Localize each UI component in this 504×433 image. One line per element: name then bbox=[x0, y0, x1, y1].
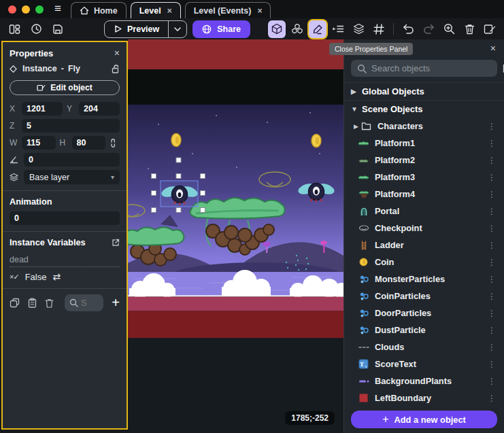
fly-sprite-selected[interactable] bbox=[160, 181, 199, 207]
object-row-platform2[interactable]: Platform2 ⋮ bbox=[344, 152, 504, 169]
object-row-platform1[interactable]: Platform1 ⋮ bbox=[344, 135, 504, 152]
row-menu-icon[interactable]: ⋮ bbox=[488, 258, 496, 267]
object-row-monsterparticles[interactable]: MonsterParticles ⋮ bbox=[344, 271, 504, 288]
close-window-button[interactable] bbox=[8, 5, 16, 14]
tab-level[interactable]: Level × bbox=[131, 2, 181, 18]
copy-variable-icon[interactable] bbox=[10, 298, 20, 308]
preview-options-dropdown[interactable] bbox=[168, 21, 186, 37]
open-external-icon[interactable] bbox=[112, 239, 120, 247]
z-field[interactable] bbox=[22, 119, 120, 133]
add-new-object-button[interactable]: + Add a new object bbox=[351, 411, 497, 428]
redo-icon[interactable] bbox=[420, 20, 437, 38]
add-variable-icon[interactable]: + bbox=[112, 295, 120, 311]
share-button[interactable]: Share bbox=[192, 20, 250, 38]
row-menu-icon[interactable]: ⋮ bbox=[488, 190, 496, 199]
toggle-boolean-icon[interactable]: ⇄ bbox=[52, 271, 61, 282]
objects-panel-close-icon[interactable]: × bbox=[490, 43, 496, 54]
unlock-icon[interactable] bbox=[112, 65, 120, 73]
object-row-leftboundary[interactable]: LeftBoundary ⋮ bbox=[344, 389, 504, 406]
object-row-dustparticle[interactable]: DustParticle ⋮ bbox=[344, 322, 504, 339]
variable-value[interactable]: False bbox=[25, 272, 47, 282]
object-row-checkpoint[interactable]: Checkpoint ⋮ bbox=[344, 220, 504, 237]
tab-level-events[interactable]: Level (Events) × bbox=[185, 2, 271, 18]
object-row-clouds[interactable]: Clouds ⋮ bbox=[344, 339, 504, 356]
row-menu-icon[interactable]: ⋮ bbox=[488, 122, 496, 131]
object-row-coinparticles[interactable]: CoinParticles ⋮ bbox=[344, 288, 504, 305]
objects-search-input[interactable] bbox=[371, 63, 491, 73]
main-menu-icon[interactable]: ≡ bbox=[50, 2, 71, 18]
grid-icon[interactable] bbox=[370, 20, 388, 38]
object-row-platform3[interactable]: Platform3 ⋮ bbox=[344, 169, 504, 186]
x-field[interactable] bbox=[22, 102, 63, 116]
delete-icon[interactable] bbox=[460, 20, 478, 38]
properties-close-icon[interactable]: × bbox=[114, 48, 120, 58]
object-row-scoretext[interactable]: Tx ScoreText ⋮ bbox=[344, 356, 504, 373]
delete-variable-icon[interactable] bbox=[45, 298, 54, 308]
angle-field[interactable] bbox=[24, 153, 120, 167]
layer-select[interactable]: Base layer ▾ bbox=[24, 170, 120, 184]
properties-panel-icon[interactable] bbox=[309, 20, 326, 38]
maximize-window-button[interactable] bbox=[35, 5, 44, 14]
preview-button[interactable]: Preview bbox=[104, 20, 187, 38]
panels-layout-icon[interactable] bbox=[5, 20, 23, 38]
minimize-window-button[interactable] bbox=[22, 5, 30, 14]
toggle-3d-view-icon[interactable] bbox=[268, 20, 286, 38]
row-menu-icon[interactable]: ⋮ bbox=[488, 139, 496, 148]
object-groups-icon[interactable] bbox=[288, 20, 306, 38]
height-field[interactable] bbox=[72, 136, 106, 150]
row-menu-icon[interactable]: ⋮ bbox=[488, 156, 496, 165]
coin-sprite[interactable] bbox=[171, 134, 181, 147]
lock-ratio-icon[interactable] bbox=[110, 138, 120, 148]
row-menu-icon[interactable]: ⋮ bbox=[488, 343, 496, 352]
tab-level-close-icon[interactable]: × bbox=[167, 6, 172, 16]
instance-diamond-icon bbox=[10, 65, 17, 73]
variables-search-input[interactable] bbox=[81, 298, 97, 308]
objects-search[interactable] bbox=[351, 60, 497, 77]
paste-variable-icon[interactable] bbox=[28, 298, 37, 308]
row-menu-icon[interactable]: ⋮ bbox=[488, 360, 496, 369]
coin-sprite[interactable] bbox=[312, 135, 321, 148]
undo-icon[interactable] bbox=[399, 20, 417, 38]
particles-icon bbox=[358, 324, 369, 336]
object-row-coin[interactable]: Coin ⋮ bbox=[344, 254, 504, 271]
tab-level-events-close-icon[interactable]: × bbox=[257, 6, 262, 16]
edit-object-button[interactable]: Edit object bbox=[10, 80, 120, 95]
tab-home[interactable]: Home bbox=[71, 2, 127, 18]
save-icon[interactable] bbox=[49, 20, 67, 38]
zoom-icon[interactable] bbox=[440, 20, 458, 38]
scene-objects-group[interactable]: ▼ Scene Objects bbox=[344, 100, 504, 118]
edit-events-icon[interactable] bbox=[481, 20, 499, 38]
row-menu-icon[interactable]: ⋮ bbox=[488, 309, 496, 318]
row-menu-icon[interactable]: ⋮ bbox=[488, 275, 496, 284]
properties-panel-title: Properties bbox=[10, 48, 53, 58]
tab-level-label: Level bbox=[139, 6, 161, 16]
animation-field[interactable] bbox=[10, 211, 120, 225]
row-menu-icon[interactable]: ⋮ bbox=[488, 394, 496, 403]
object-row-platform4[interactable]: Platform4 ⋮ bbox=[344, 186, 504, 203]
row-menu-icon[interactable]: ⋮ bbox=[488, 173, 496, 182]
scene-canvas[interactable]: 1785;-252 bbox=[128, 39, 343, 433]
row-menu-icon[interactable]: ⋮ bbox=[488, 241, 496, 250]
variables-search[interactable] bbox=[65, 294, 103, 311]
global-objects-group[interactable]: ▶ Global Objects bbox=[344, 82, 504, 100]
y-field[interactable] bbox=[79, 102, 120, 116]
row-menu-icon[interactable]: ⋮ bbox=[488, 377, 496, 386]
plants-icon bbox=[358, 375, 369, 387]
layers-panel-icon[interactable] bbox=[350, 20, 367, 38]
row-menu-icon[interactable]: ⋮ bbox=[488, 292, 496, 301]
window-controls[interactable] bbox=[0, 5, 50, 18]
row-menu-icon[interactable]: ⋮ bbox=[488, 207, 496, 216]
tooltip: Close Properties Panel bbox=[329, 43, 413, 55]
row-menu-icon[interactable]: ⋮ bbox=[488, 224, 496, 233]
object-row-ladder[interactable]: Ladder ⋮ bbox=[344, 237, 504, 254]
instance-variables-title: Instance Variables bbox=[10, 237, 86, 247]
history-icon[interactable] bbox=[27, 20, 45, 38]
object-row-backgroundplants[interactable]: BackgroundPlants ⋮ bbox=[344, 373, 504, 389]
object-row-doorparticles[interactable]: DoorParticles ⋮ bbox=[344, 305, 504, 322]
instances-list-icon[interactable] bbox=[329, 20, 347, 38]
variable-name[interactable]: dead bbox=[10, 252, 120, 267]
object-row-characters[interactable]: ▶ Characters ⋮ bbox=[344, 118, 504, 135]
row-menu-icon[interactable]: ⋮ bbox=[488, 326, 496, 335]
width-field[interactable] bbox=[22, 136, 56, 150]
object-row-portal[interactable]: Portal ⋮ bbox=[344, 203, 504, 220]
